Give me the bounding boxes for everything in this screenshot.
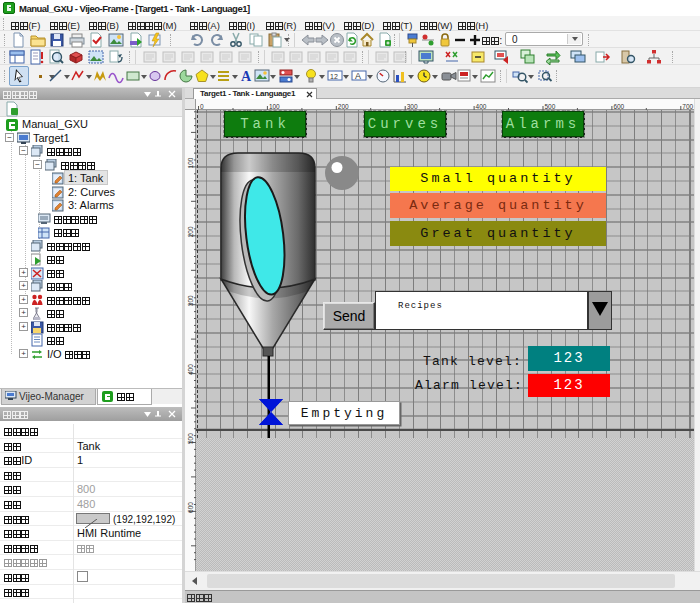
svg-text:500: 500 xyxy=(545,103,556,110)
svg-text:400: 400 xyxy=(187,364,194,375)
svg-text:12: 12 xyxy=(330,73,338,80)
svg-text:100: 100 xyxy=(269,103,280,110)
svg-text:300: 300 xyxy=(407,103,418,110)
svg-text:200: 200 xyxy=(338,103,349,110)
svg-text:300: 300 xyxy=(187,295,194,306)
svg-text:400: 400 xyxy=(476,103,487,110)
svg-text:200: 200 xyxy=(187,226,194,237)
svg-text:100: 100 xyxy=(187,157,194,168)
svg-text:500: 500 xyxy=(187,433,194,444)
svg-text:0: 0 xyxy=(200,103,204,110)
svg-text:600: 600 xyxy=(613,103,624,110)
svg-text:600: 600 xyxy=(187,502,194,513)
svg-text:A: A xyxy=(241,69,252,84)
svg-text:A: A xyxy=(355,71,361,81)
svg-text:700: 700 xyxy=(682,103,693,110)
